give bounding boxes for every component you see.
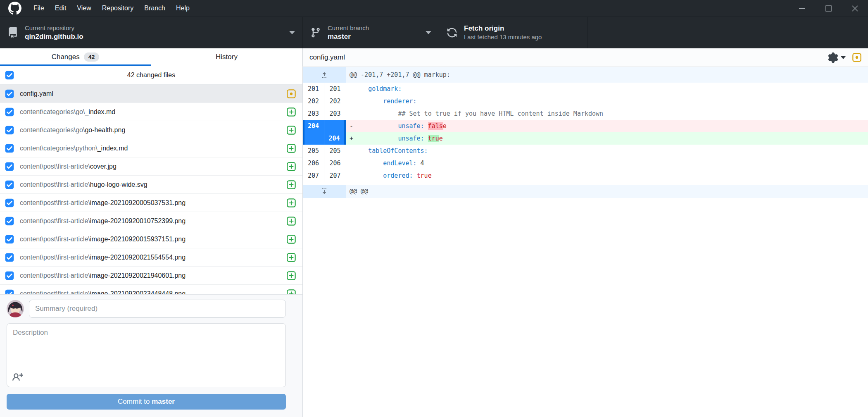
file-row[interactable]: content\post\first-article\image-2021092… (0, 230, 302, 248)
checkbox-checked-icon[interactable] (5, 89, 14, 98)
file-path: content\post\first-article\image-2021092… (20, 199, 283, 207)
file-row[interactable]: content\post\first-article\cover.jpg (0, 157, 302, 176)
diff-line-gutter[interactable]: 204 (303, 120, 346, 132)
menu-item-help[interactable]: Help (171, 0, 195, 17)
checkbox-checked-icon[interactable] (5, 126, 14, 135)
minimize-button[interactable] (789, 0, 815, 17)
file-row[interactable]: content\categories\python\_index.md (0, 139, 302, 157)
diff-line[interactable]: 207207 ordered: true (303, 169, 868, 182)
file-row[interactable]: content\post\first-article\image-2021092… (0, 267, 302, 285)
changes-count-badge: 42 (84, 52, 100, 62)
avatar (7, 300, 24, 317)
menu-item-view[interactable]: View (71, 0, 96, 17)
expand-hunk-button[interactable] (303, 67, 346, 83)
toolbar: Current repository qin2dim.github.io Cur… (0, 17, 868, 48)
checkbox-checked-icon[interactable] (5, 217, 14, 226)
diff-line-content: goldmark: (346, 83, 868, 95)
old-line-number: 201 (303, 83, 324, 95)
checkbox-checked-icon[interactable] (5, 289, 14, 295)
main-content: Changes 42 History 42 changed files conf… (0, 48, 868, 417)
file-path: content\post\first-article\image-2021092… (20, 272, 283, 279)
maximize-icon (825, 5, 832, 12)
diff-line[interactable]: 202202 renderer: (303, 95, 868, 107)
summary-input[interactable] (29, 300, 286, 318)
hunk-header-text: @@ @@ (346, 185, 868, 198)
diff-line-gutter[interactable]: 205205 (303, 145, 346, 157)
current-branch-dropdown[interactable]: Current branch master (303, 17, 439, 48)
commit-button[interactable]: Commit to master (7, 394, 286, 410)
checkbox-checked-icon[interactable] (5, 107, 14, 117)
file-row[interactable]: content\categories\go\_index.md (0, 103, 302, 121)
current-repository-dropdown[interactable]: Current repository qin2dim.github.io (0, 17, 303, 48)
diff-options-button[interactable] (828, 52, 849, 63)
changed-files-count: 42 changed files (0, 71, 302, 79)
close-button[interactable] (842, 0, 868, 17)
old-line-number: 207 (303, 169, 324, 182)
menu-item-edit[interactable]: Edit (50, 0, 72, 17)
description-input[interactable] (7, 324, 285, 370)
file-row[interactable]: content\post\first-article\image-2021092… (0, 212, 302, 230)
menu-item-file[interactable]: File (28, 0, 50, 17)
menu-bar: File Edit View Repository Branch Help (28, 0, 195, 17)
file-row[interactable]: content\post\first-article\image-2021092… (0, 285, 302, 294)
new-line-number: 203 (324, 107, 346, 120)
checkbox-checked-icon[interactable] (5, 235, 14, 244)
diff-line-content: tableOfContents: (346, 145, 868, 157)
diff-line-gutter[interactable]: 207207 (303, 169, 346, 182)
menu-item-repository[interactable]: Repository (97, 0, 139, 17)
new-line-number (324, 120, 344, 132)
modified-icon (852, 53, 861, 62)
diff-line[interactable]: 206206 endLevel: 4 (303, 157, 868, 169)
file-row[interactable]: content\post\first-article\image-2021092… (0, 194, 302, 212)
changes-sidebar: Changes 42 History 42 changed files conf… (0, 48, 303, 417)
old-line-number: 202 (303, 95, 324, 107)
diff-hunk-header: @@ @@ (303, 185, 868, 198)
file-row[interactable]: content\categories\go\go-health.png (0, 121, 302, 139)
checkbox-checked-icon[interactable] (5, 162, 14, 171)
diff-line[interactable]: 204- unsafe: false (303, 120, 868, 132)
sidebar-tabs: Changes 42 History (0, 48, 302, 66)
add-coauthor-button[interactable] (12, 372, 23, 383)
tab-history[interactable]: History (151, 48, 302, 66)
github-logo (8, 2, 21, 15)
diff-line-gutter[interactable]: 206206 (303, 157, 346, 169)
added-icon (287, 180, 296, 189)
file-row[interactable]: content\post\first-article\image-2021092… (0, 248, 302, 267)
diff-body: @@ -201,7 +201,7 @@ markup:201201 goldma… (303, 67, 868, 417)
git-branch-icon (310, 27, 321, 38)
diff-line[interactable]: 203203 ## Set to true if you have HTML c… (303, 107, 868, 120)
minimize-icon (799, 5, 806, 12)
diff-line[interactable]: 201201 goldmark: (303, 83, 868, 95)
maximize-button[interactable] (815, 0, 842, 17)
close-icon (851, 5, 858, 12)
tab-changes[interactable]: Changes 42 (0, 48, 151, 66)
expand-down-icon (320, 187, 329, 196)
menu-item-branch[interactable]: Branch (139, 0, 171, 17)
checkbox-checked-icon[interactable] (5, 253, 14, 262)
diff-line[interactable]: 205205 tableOfContents: (303, 145, 868, 157)
modified-icon (287, 89, 296, 98)
diff-hunk-header: @@ -201,7 +201,7 @@ markup: (303, 67, 868, 83)
commit-button-branch: master (152, 398, 175, 405)
added-icon (287, 144, 296, 153)
fetch-origin-button[interactable]: Fetch origin Last fetched 13 minutes ago (439, 17, 588, 48)
current-repository-label: Current repository (25, 24, 83, 32)
diff-line-gutter[interactable]: 203203 (303, 107, 346, 120)
diff-line-gutter[interactable]: 201201 (303, 83, 346, 95)
commit-button-prefix: Commit to (118, 398, 152, 405)
checkbox-checked-icon[interactable] (5, 144, 14, 153)
checkbox-checked-icon[interactable] (5, 180, 14, 189)
diff-line[interactable]: 204+ unsafe: true (303, 132, 868, 145)
file-row[interactable]: content\post\first-article\hugo-logo-wid… (0, 176, 302, 194)
checkbox-checked-icon[interactable] (5, 271, 14, 280)
chevron-down-icon (841, 56, 846, 59)
window-controls (789, 0, 868, 17)
old-line-number: 203 (303, 107, 324, 120)
diff-line-gutter[interactable]: 204 (303, 132, 346, 145)
tab-changes-label: Changes (52, 53, 80, 61)
file-path: content\post\first-article\image-2021092… (20, 217, 283, 225)
expand-hunk-button[interactable] (303, 185, 346, 198)
checkbox-checked-icon[interactable] (5, 198, 14, 207)
diff-line-gutter[interactable]: 202202 (303, 95, 346, 107)
file-row[interactable]: config.yaml (0, 85, 302, 103)
